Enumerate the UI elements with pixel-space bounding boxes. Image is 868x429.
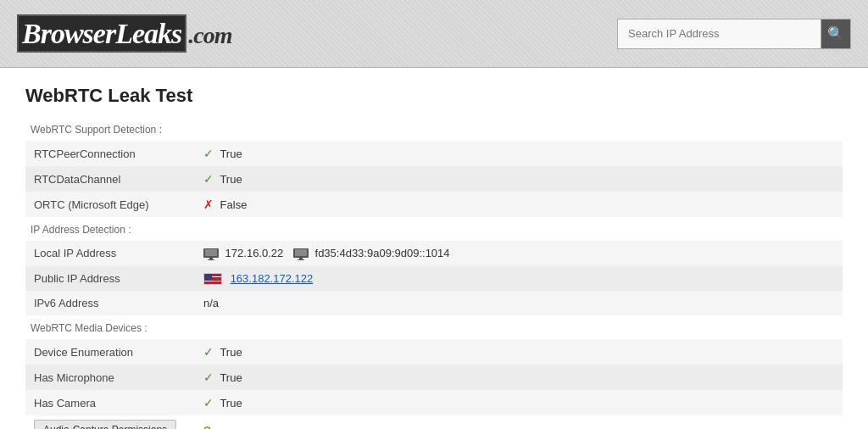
row-label: RTCPeerConnection bbox=[25, 141, 195, 166]
logo: BrowserLeaks.com bbox=[17, 18, 231, 50]
ip-detection-table: Local IP Address 172.16.0.22 bbox=[25, 241, 843, 315]
monitor-icon-2 bbox=[293, 248, 309, 260]
table-row: RTCDataChannel ✓ True bbox=[25, 166, 843, 192]
check-icon: ✓ bbox=[203, 396, 214, 410]
row-value: ✓ True bbox=[195, 166, 843, 192]
webrtc-support-table: RTCPeerConnection ✓ True RTCDataChannel … bbox=[25, 141, 843, 217]
audio-permission-value: ? bbox=[195, 415, 843, 429]
audio-permission-row: Audio-Capture Permissions ? bbox=[25, 415, 843, 429]
row-value: ✓ True bbox=[195, 365, 843, 390]
logo-browserleaks: BrowserLeaks bbox=[17, 14, 186, 53]
row-label: RTCDataChannel bbox=[25, 166, 195, 192]
row-label: Device Enumeration bbox=[25, 339, 195, 365]
row-value: ✓ True bbox=[195, 339, 843, 365]
table-row: ORTC (Microsoft Edge) ✗ False bbox=[25, 192, 843, 217]
row-label: ORTC (Microsoft Edge) bbox=[25, 192, 195, 217]
search-button[interactable]: 🔍 bbox=[821, 19, 851, 49]
logo-dotcom: .com bbox=[188, 22, 231, 48]
table-row: IPv6 Address n/a bbox=[25, 291, 843, 315]
row-label: Local IP Address bbox=[25, 241, 195, 266]
svg-rect-5 bbox=[295, 249, 307, 256]
check-icon: ✓ bbox=[203, 147, 214, 160]
search-area: 🔍 bbox=[617, 19, 851, 49]
ip-detection-header: IP Address Detection : bbox=[25, 220, 843, 239]
row-value: n/a bbox=[195, 291, 843, 315]
check-icon: ✓ bbox=[203, 370, 214, 384]
question-icon: ? bbox=[203, 423, 211, 429]
row-value: 163.182.172.122 bbox=[195, 266, 843, 292]
audio-permission-cell: Audio-Capture Permissions bbox=[25, 415, 195, 429]
audio-capture-button[interactable]: Audio-Capture Permissions bbox=[34, 420, 176, 429]
svg-rect-6 bbox=[299, 258, 303, 259]
row-label: Has Microphone bbox=[25, 365, 195, 390]
monitor-icon bbox=[203, 248, 219, 260]
webrtc-support-header: WebRTC Support Detection : bbox=[25, 120, 843, 139]
check-icon: ✓ bbox=[203, 345, 214, 359]
table-row: Has Camera ✓ True bbox=[25, 390, 843, 415]
row-label: Public IP Address bbox=[25, 266, 195, 292]
svg-rect-3 bbox=[208, 259, 214, 260]
media-devices-table: Device Enumeration ✓ True Has Microphone… bbox=[25, 339, 843, 429]
row-value: ✓ True bbox=[195, 390, 843, 415]
table-row: Local IP Address 172.16.0.22 bbox=[25, 241, 843, 266]
row-value: ✗ False bbox=[195, 192, 843, 217]
row-label: IPv6 Address bbox=[25, 291, 195, 315]
header: BrowserLeaks.com 🔍 bbox=[0, 0, 868, 68]
search-input[interactable] bbox=[617, 19, 821, 49]
x-icon: ✗ bbox=[203, 198, 214, 211]
check-icon: ✓ bbox=[203, 172, 214, 186]
row-value: ✓ True bbox=[195, 141, 843, 166]
table-row: Device Enumeration ✓ True bbox=[25, 339, 843, 365]
svg-rect-1 bbox=[205, 249, 217, 256]
svg-rect-7 bbox=[298, 259, 304, 260]
page-title: WebRTC Leak Test bbox=[25, 85, 843, 107]
svg-rect-2 bbox=[209, 258, 213, 259]
table-row: Public IP Address 163.182.172.122 bbox=[25, 266, 843, 292]
flag-icon-usa bbox=[203, 273, 222, 285]
table-row: RTCPeerConnection ✓ True bbox=[25, 141, 843, 166]
public-ip-link[interactable]: 163.182.172.122 bbox=[231, 272, 314, 285]
row-value: 172.16.0.22 fd35:4d33:9a09:9d09::1014 bbox=[195, 241, 843, 266]
media-devices-header: WebRTC Media Devices : bbox=[25, 319, 843, 337]
main-content: WebRTC Leak Test WebRTC Support Detectio… bbox=[0, 68, 868, 429]
row-label: Has Camera bbox=[25, 390, 195, 415]
table-row: Has Microphone ✓ True bbox=[25, 365, 843, 390]
